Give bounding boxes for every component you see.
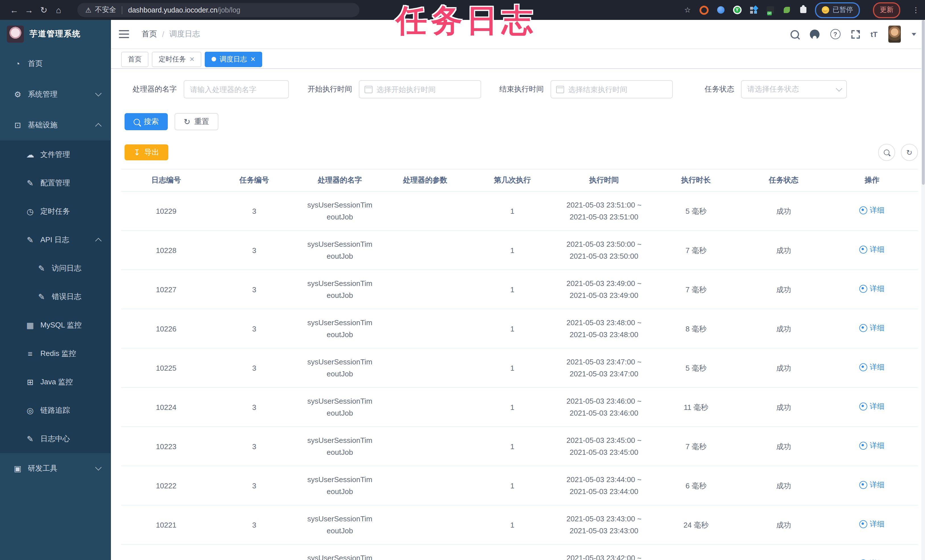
address-bar[interactable]: ⚠ 不安全 dashboard.yudao.iocoder.cn /job/lo… xyxy=(77,3,359,17)
url-domain: dashboard.yudao.iocoder.cn xyxy=(128,6,217,14)
cell-duration: 7 毫秒 xyxy=(651,270,741,309)
breadcrumb-home[interactable]: 首页 xyxy=(142,29,157,39)
bookmark-star-icon[interactable]: ☆ xyxy=(683,5,692,15)
cell-actions: 详细 xyxy=(826,544,918,560)
search-icon[interactable] xyxy=(790,30,799,38)
back-icon[interactable]: ← xyxy=(7,5,22,15)
toggle-search-button[interactable] xyxy=(878,144,895,161)
end-time-input[interactable] xyxy=(550,80,673,98)
scrollbar-thumb[interactable] xyxy=(922,20,925,185)
sidebar-item[interactable]: ◷定时任务 xyxy=(0,197,111,226)
end-time-field[interactable] xyxy=(550,80,673,98)
table-row: 102213sysUserSessionTimeoutJob12021-05-0… xyxy=(121,505,918,544)
help-icon[interactable]: ? xyxy=(830,29,840,39)
refresh-table-button[interactable]: ↻ xyxy=(901,144,918,161)
sidebar-collapse-icon[interactable] xyxy=(119,30,129,38)
cell-log-id: 10221 xyxy=(121,505,211,544)
detail-link[interactable]: 详细 xyxy=(860,479,884,491)
cell-duration: 11 毫秒 xyxy=(651,387,741,427)
sidebar-item-label: 基础设施 xyxy=(28,120,57,130)
avatar[interactable] xyxy=(888,26,901,43)
sidebar-item[interactable]: ▣研发工具 xyxy=(0,453,111,484)
cell-execute-index: 1 xyxy=(468,309,557,348)
cell-execute-index: 1 xyxy=(468,427,557,466)
blue-drop-icon[interactable] xyxy=(716,5,725,15)
sidebar-header[interactable]: 芋道管理系统 xyxy=(0,20,111,48)
cell-execute-time: 2021-05-03 23:50:00 ~2021-05-03 23:50:00 xyxy=(557,230,651,270)
detail-link[interactable]: 详细 xyxy=(860,400,884,412)
cell-job-id: 3 xyxy=(211,309,297,348)
breadcrumb-current: 调度日志 xyxy=(169,29,200,39)
cell-status: 成功 xyxy=(741,505,826,544)
green-y-icon[interactable]: Y xyxy=(732,5,741,15)
search-button[interactable]: 搜索 xyxy=(125,113,168,130)
reload-icon[interactable]: ↻ xyxy=(36,5,51,15)
switch-on-icon[interactable] xyxy=(765,5,774,15)
sidebar-item[interactable]: ▦MySQL 监控 xyxy=(0,311,111,339)
table-body: 102293sysUserSessionTimeoutJob12021-05-0… xyxy=(121,191,918,560)
sidebar-item[interactable]: ≡Redis 监控 xyxy=(0,339,111,368)
log-edit-icon: ✎ xyxy=(36,292,47,301)
sidebar-item[interactable]: ☁文件管理 xyxy=(0,140,111,169)
update-button[interactable]: 更新 xyxy=(873,2,900,18)
mysql-grid-icon: ▦ xyxy=(25,321,35,330)
tab-home[interactable]: 首页 xyxy=(121,51,148,67)
browser-menu-icon[interactable]: ⋮ xyxy=(912,6,920,14)
sidebar-item[interactable]: ✎错误日志 xyxy=(0,283,111,311)
column-header: 任务编号 xyxy=(211,169,297,191)
detail-link[interactable]: 详细 xyxy=(860,557,884,560)
sidebar-item-label: 错误日志 xyxy=(52,292,81,302)
detail-link[interactable]: 详细 xyxy=(860,440,884,452)
begin-time-input[interactable] xyxy=(359,80,481,98)
tab-job-log[interactable]: 调度日志 ✕ xyxy=(205,51,262,67)
caret-down-icon[interactable] xyxy=(911,33,916,36)
browser-extensions: ☆ Y 已暂停 更新 ⋮ xyxy=(683,2,920,18)
download-icon: ↧ xyxy=(134,148,140,157)
home-icon[interactable]: ⌂ xyxy=(51,5,66,15)
forward-icon[interactable]: → xyxy=(22,5,36,15)
eye-icon xyxy=(860,245,868,254)
sidebar-item[interactable]: ✎API 日志 xyxy=(0,226,111,254)
cell-job-id: 3 xyxy=(211,466,297,505)
cell-duration: 7 毫秒 xyxy=(651,230,741,270)
sidebar-item[interactable]: ◎链路追踪 xyxy=(0,396,111,425)
detail-link[interactable]: 详细 xyxy=(860,518,884,530)
cell-handler-param xyxy=(383,505,468,544)
close-icon[interactable]: ✕ xyxy=(189,56,194,63)
job-status-select[interactable]: 请选择任务状态 xyxy=(741,80,847,98)
reset-button[interactable]: ↻ 重置 xyxy=(175,113,218,130)
font-size-icon[interactable]: tT xyxy=(871,30,878,38)
sidebar-item[interactable]: ✎访问日志 xyxy=(0,254,111,283)
java-monitor-icon: ⊞ xyxy=(25,378,35,387)
sidebar-item[interactable]: ⊞Java 监控 xyxy=(0,368,111,396)
detail-link[interactable]: 详细 xyxy=(860,361,884,373)
green-plugin-icon[interactable] xyxy=(782,5,791,15)
detail-link[interactable]: 详细 xyxy=(860,244,884,256)
export-button[interactable]: ↧ 导出 xyxy=(125,145,168,160)
tab-grid-icon[interactable] xyxy=(749,5,758,15)
sidebar-item-label: MySQL 监控 xyxy=(41,320,81,330)
paused-badge[interactable]: 已暂停 xyxy=(815,2,860,18)
page-scrollbar[interactable] xyxy=(921,20,925,560)
sidebar-item[interactable]: ⊡基础设施 xyxy=(0,110,111,140)
sidebar-item[interactable]: ◔首页 xyxy=(0,48,111,79)
fullscreen-icon[interactable] xyxy=(851,30,860,38)
detail-link[interactable]: 详细 xyxy=(860,322,884,334)
cell-log-id: 10223 xyxy=(121,427,211,466)
begin-time-field[interactable] xyxy=(359,80,481,98)
detail-link[interactable]: 详细 xyxy=(860,283,884,295)
cell-execute-time: 2021-05-03 23:42:00 ~2021-05-03 23:42:00 xyxy=(557,544,651,560)
handler-name-input[interactable] xyxy=(184,80,289,98)
sidebar-item[interactable]: ⚙系统管理 xyxy=(0,79,111,110)
close-icon[interactable]: ✕ xyxy=(250,56,255,63)
extensions-puzzle-icon[interactable] xyxy=(798,5,807,15)
tab-scheduled-jobs[interactable]: 定时任务 ✕ xyxy=(152,51,201,67)
adblock-orange-icon[interactable] xyxy=(699,5,709,15)
sidebar-item[interactable]: ✎日志中心 xyxy=(0,425,111,453)
github-icon[interactable] xyxy=(809,29,819,39)
cell-handler-name: sysUserSessionTimeoutJob xyxy=(297,230,383,270)
detail-link[interactable]: 详细 xyxy=(860,205,884,216)
tab-bar: 首页 定时任务 ✕ 调度日志 ✕ xyxy=(111,49,925,69)
sidebar-item[interactable]: ✎配置管理 xyxy=(0,169,111,197)
cell-execute-time: 2021-05-03 23:43:00 ~2021-05-03 23:43:00 xyxy=(557,505,651,544)
